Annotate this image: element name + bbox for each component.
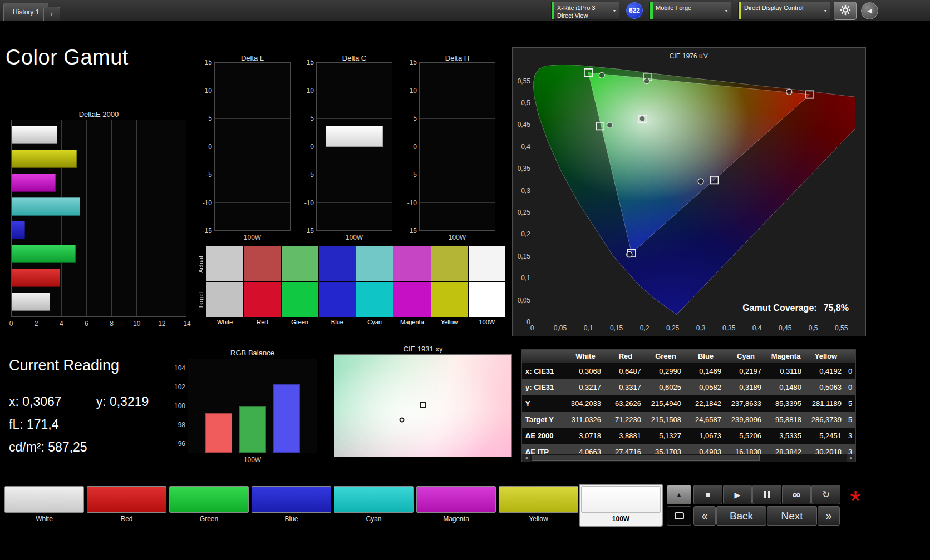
cie1976-chart: Gamut Coverage:75,8% <box>532 63 855 322</box>
cell: 5,1327 <box>646 428 686 444</box>
continuous-read-button[interactable]: ∞ <box>782 485 811 504</box>
gridline <box>420 91 495 91</box>
back-button[interactable]: Back <box>716 506 766 526</box>
swatch-label: Magenta <box>393 318 430 325</box>
cell: 0,1480 <box>766 379 806 395</box>
y-tick: 5 <box>413 115 417 122</box>
red-asterisk-icon: * <box>850 485 861 517</box>
delta-c-x-label: 100W <box>316 234 392 241</box>
add-tab-button[interactable]: + <box>43 7 60 21</box>
patch-button-cyan[interactable]: Cyan <box>333 485 415 526</box>
swatch-label: 100W <box>469 318 505 325</box>
cell: 286,3739 <box>806 412 846 428</box>
cie1976-title: CIE 1976 u'v' <box>513 52 865 60</box>
swatch-column-yellow: Yellow <box>431 246 468 325</box>
swatch-column-white: White <box>206 246 243 325</box>
cell: 0,2990 <box>646 363 686 379</box>
source-selector[interactable]: Mobile Forge ▼ <box>649 2 731 20</box>
display-control-selector[interactable]: Direct Display Control ▼ <box>738 2 830 20</box>
patch-button-yellow[interactable]: Yellow <box>498 485 579 526</box>
gamut-coverage-value: 75,8% <box>824 303 849 313</box>
patch-label: Cyan <box>333 515 415 523</box>
swatch-column-cyan: Cyan <box>356 246 393 325</box>
table-row: ΔE 20003,07183,88815,13271,06735,52063,5… <box>522 428 855 444</box>
pause-button[interactable] <box>752 485 781 504</box>
cell: 85,3395 <box>766 395 806 412</box>
deltae-bar-white <box>12 293 50 311</box>
actual-swatch <box>206 246 243 281</box>
deltae-bar-green <box>12 245 76 263</box>
patch-button-magenta[interactable]: Magenta <box>415 485 497 526</box>
y-tick: 5 <box>310 115 314 122</box>
gear-icon <box>840 4 851 17</box>
settings-button[interactable] <box>834 2 857 20</box>
cell: 237,8633 <box>726 395 766 412</box>
cell: 24,6587 <box>686 412 726 428</box>
meter-selector[interactable]: X-Rite i1Pro 3 Direct View ▼ <box>551 2 619 20</box>
measured-marker-green <box>599 72 604 78</box>
play-button[interactable]: ▶ <box>723 485 752 504</box>
tab-history-1[interactable]: History 1 <box>3 3 48 21</box>
swatch-label: Green <box>282 318 318 325</box>
collapse-panel-button[interactable]: ◀ <box>861 2 878 19</box>
table-horizontal-scrollbar[interactable]: ◄ ► <box>521 454 856 462</box>
measured-marker-yellow <box>644 78 649 83</box>
cell: 304,2033 <box>565 395 606 412</box>
blank-screen-button[interactable] <box>667 506 691 526</box>
x-tick: 0,55 <box>835 324 848 332</box>
y-tick: 0,25 <box>518 209 530 216</box>
play-icon: ▶ <box>735 490 741 499</box>
patch-swatch <box>169 486 249 513</box>
stop-measurement-button[interactable]: * <box>843 485 868 526</box>
patch-button-red[interactable]: Red <box>86 485 168 526</box>
actual-swatch <box>319 246 356 281</box>
patch-button-green[interactable]: Green <box>168 485 250 526</box>
next-button[interactable]: Next <box>767 506 817 526</box>
scroll-right-arrow[interactable]: ► <box>847 454 855 462</box>
x-tick: 0,25 <box>666 324 679 332</box>
next-chevron-button[interactable]: » <box>818 506 840 526</box>
patch-swatch <box>334 486 414 513</box>
y-tick: 0,55 <box>518 77 530 85</box>
gridline <box>420 147 495 147</box>
scroll-left-arrow[interactable]: ◄ <box>522 454 530 462</box>
actual-target-swatch-panel: Actual Target WhiteRedGreenBlueCyanMagen… <box>198 246 505 330</box>
scroll-up-button[interactable]: ▲ <box>667 485 691 504</box>
cell-clipped: 3 <box>846 428 854 444</box>
cie1931-chart <box>334 354 512 457</box>
blank-screen-icon <box>675 512 684 519</box>
loop-button[interactable]: ↻ <box>811 485 840 504</box>
scrollbar-thumb[interactable] <box>532 455 760 461</box>
y-tick: 0,05 <box>518 296 530 304</box>
patch-button-100w[interactable]: 100W <box>580 485 662 526</box>
patch-button-white[interactable]: White <box>3 485 85 526</box>
cell: 0,6487 <box>606 363 646 379</box>
chevron-down-icon[interactable]: ▼ <box>821 2 830 19</box>
rgb-balance-x-label: 100W <box>188 456 317 464</box>
cie1976-y-axis: 0,550,50,450,40,350,30,250,20,150,10,050 <box>514 63 530 322</box>
chevron-down-icon[interactable]: ▼ <box>722 2 731 19</box>
cell: 71,2230 <box>606 412 646 428</box>
cell-clipped: 0 <box>846 379 854 395</box>
cie1931-title: CIE 1931 xy <box>334 345 512 353</box>
x-tick: 0,35 <box>722 324 735 332</box>
delta-c-chart <box>316 62 392 231</box>
x-tick: 0,05 <box>554 324 567 332</box>
deltae2000-title: DeltaE 2000 <box>11 110 186 118</box>
back-chevron-button[interactable]: « <box>693 506 716 526</box>
chevron-down-icon[interactable]: ▼ <box>610 2 619 19</box>
column-header-red: Red <box>606 350 646 363</box>
patch-label: Red <box>86 515 168 523</box>
scrollbar-track[interactable] <box>530 454 847 462</box>
actual-swatch <box>244 246 281 281</box>
cell-clipped: 0 <box>846 363 854 379</box>
gamut-coverage: Gamut Coverage:75,8% <box>742 303 849 313</box>
swatch-label: Cyan <box>356 318 393 325</box>
table-header-row: WhiteRedGreenBlueCyanMagentaYellow <box>522 350 855 363</box>
patch-button-blue[interactable]: Blue <box>250 485 332 526</box>
measured-marker-white <box>639 116 645 121</box>
stop-button[interactable]: ■ <box>693 485 722 504</box>
gridline <box>420 118 495 119</box>
actual-swatch <box>282 246 318 281</box>
gridline <box>317 91 392 91</box>
